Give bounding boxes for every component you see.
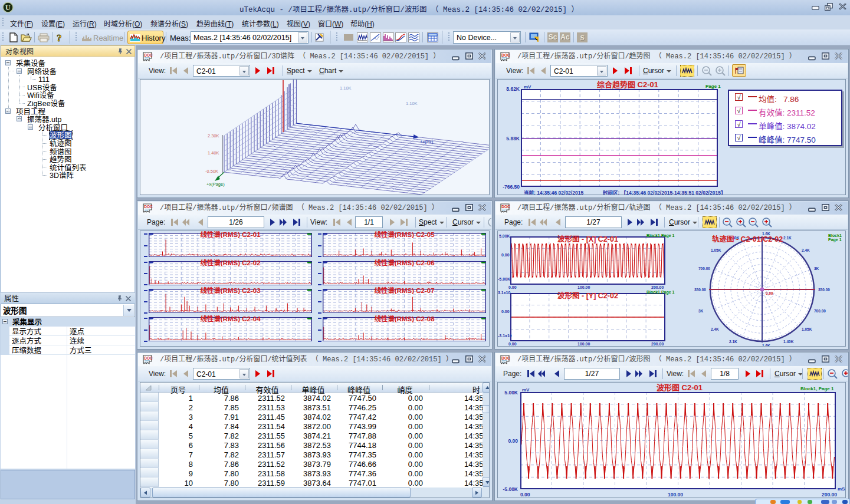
svg-text:DOC: DOC xyxy=(501,356,510,360)
svg-text:DOC: DOC xyxy=(144,205,153,209)
svg-text:DOC: DOC xyxy=(501,53,510,57)
svg-text:?: ? xyxy=(57,32,62,43)
svg-text:DOC: DOC xyxy=(144,53,153,57)
svg-text:DOC: DOC xyxy=(501,205,510,209)
svg-text:DOC: DOC xyxy=(144,356,153,360)
